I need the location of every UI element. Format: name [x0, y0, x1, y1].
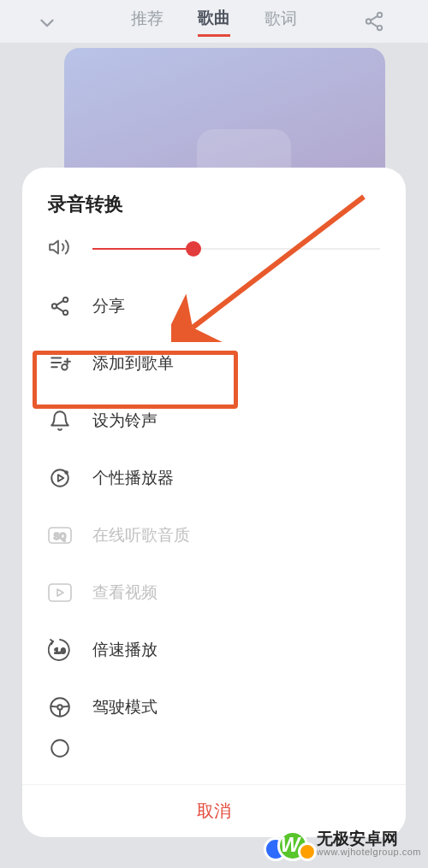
svg-point-26	[57, 705, 62, 709]
chevron-down-icon[interactable]	[36, 12, 58, 38]
menu-item-add-playlist[interactable]: 添加到歌单	[48, 334, 380, 392]
svg-marker-5	[50, 240, 58, 253]
steering-icon	[48, 695, 72, 719]
svg-point-19	[65, 471, 68, 474]
sq-quality-icon: SQ	[48, 523, 72, 547]
menu-item-share[interactable]: 分享	[48, 277, 380, 334]
video-icon	[48, 581, 72, 605]
menu-item-label: 驾驶模式	[92, 696, 158, 718]
bell-icon	[48, 409, 72, 433]
menu-item-video: 查看视频	[48, 564, 380, 621]
watermark-subtitle: www.wjhotelgroup.com	[317, 847, 422, 858]
svg-point-30	[51, 740, 68, 757]
svg-line-28	[62, 706, 69, 706]
svg-point-1	[366, 19, 371, 23]
tab-lyrics[interactable]: 歌词	[265, 8, 297, 35]
menu-item-quality: SQ 在线听歌音质	[48, 506, 380, 564]
share-icon	[48, 294, 72, 318]
action-sheet: 录音转换 分享 添加到歌单 设为铃声	[22, 168, 406, 837]
menu-item-label: 在线听歌音质	[92, 524, 190, 546]
sheet-menu: 分享 添加到歌单 设为铃声 个性播放器 SQ 在线听歌音质	[22, 277, 406, 784]
svg-rect-22	[49, 584, 71, 601]
volume-icon	[48, 236, 70, 262]
svg-point-0	[377, 13, 382, 17]
svg-point-7	[52, 304, 56, 308]
volume-slider-fill	[92, 248, 193, 250]
menu-item-driving[interactable]: 驾驶模式	[48, 678, 380, 735]
svg-text:SQ: SQ	[54, 531, 67, 540]
menu-item-cutoff	[48, 735, 380, 761]
player-skin-icon	[48, 466, 72, 490]
tab-recommend[interactable]: 推荐	[131, 8, 163, 35]
share-icon[interactable]	[363, 10, 385, 36]
tab-song[interactable]: 歌曲	[198, 7, 230, 37]
menu-item-label: 倍速播放	[92, 639, 158, 661]
watermark-title: 无极安卓网	[317, 830, 422, 847]
svg-text:1.0: 1.0	[54, 646, 65, 655]
volume-slider-thumb[interactable]	[186, 241, 201, 257]
menu-item-label: 设为铃声	[92, 410, 158, 432]
svg-point-14	[62, 364, 68, 370]
svg-line-27	[51, 706, 58, 706]
clock-icon	[48, 736, 72, 760]
menu-item-player-skin[interactable]: 个性播放器	[48, 449, 380, 506]
speed-icon: 1.0	[48, 638, 72, 662]
svg-marker-18	[58, 475, 64, 481]
add-playlist-icon	[48, 351, 72, 375]
svg-marker-23	[57, 589, 63, 596]
watermark-logo: W	[264, 825, 312, 863]
menu-item-speed[interactable]: 1.0 倍速播放	[48, 621, 380, 678]
volume-row	[22, 236, 406, 277]
svg-line-3	[371, 16, 377, 21]
sheet-title: 录音转换	[22, 192, 406, 236]
background-player-header: 推荐 歌曲 歌词	[0, 0, 428, 43]
svg-point-8	[63, 310, 68, 314]
svg-point-6	[63, 297, 68, 301]
watermark: W 无极安卓网 www.wjhotelgroup.com	[264, 825, 422, 863]
svg-line-9	[56, 300, 63, 304]
volume-slider[interactable]	[92, 248, 380, 250]
svg-line-10	[56, 307, 63, 311]
menu-item-label: 个性播放器	[92, 467, 174, 489]
menu-item-ringtone[interactable]: 设为铃声	[48, 392, 380, 449]
menu-item-label: 查看视频	[92, 582, 158, 604]
menu-item-label: 添加到歌单	[92, 352, 174, 375]
svg-line-4	[371, 22, 377, 27]
svg-point-2	[377, 26, 382, 30]
menu-item-label: 分享	[92, 295, 125, 317]
